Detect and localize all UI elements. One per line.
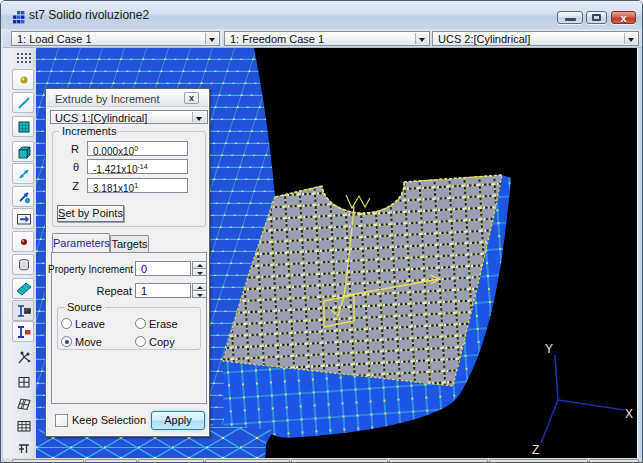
svg-text:X: X bbox=[625, 407, 633, 421]
svg-text:Z: Z bbox=[532, 443, 539, 457]
svg-text:Y: Y bbox=[545, 342, 553, 356]
